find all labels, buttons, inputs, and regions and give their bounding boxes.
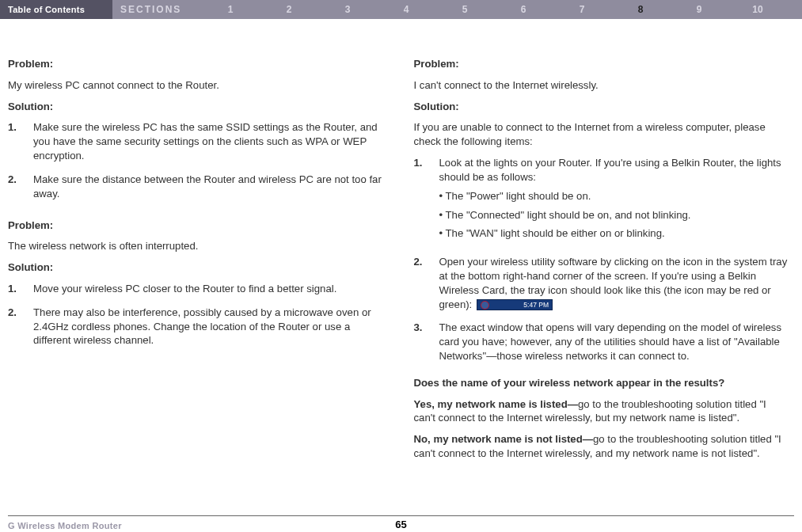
problem-heading: Problem: bbox=[8, 218, 382, 233]
yes-bold: Yes, my network name is listed— bbox=[414, 398, 578, 410]
problem-text: I can't connect to the Internet wireless… bbox=[414, 78, 789, 93]
step-number: 1. bbox=[8, 282, 33, 296]
question-text: Does the name of your wireless network a… bbox=[414, 376, 789, 390]
solution-heading: Solution: bbox=[8, 100, 382, 114]
step-text: The exact window that opens will vary de… bbox=[439, 321, 789, 363]
section-link-1[interactable]: 1 bbox=[201, 4, 260, 15]
solution-intro: If you are unable to connect to the Inte… bbox=[414, 120, 789, 149]
yes-answer: Yes, my network name is listed—go to the… bbox=[414, 397, 789, 426]
step-number: 1. bbox=[414, 156, 439, 245]
sections-strip: SECTIONS 1 2 3 4 5 6 7 8 9 10 bbox=[112, 0, 802, 19]
problem-heading: Problem: bbox=[8, 57, 382, 71]
step-text: Make sure the wireless PC has the same S… bbox=[33, 120, 382, 162]
section-link-7[interactable]: 7 bbox=[553, 4, 611, 15]
step-number: 1. bbox=[8, 120, 33, 162]
list-item: 2. Open your wireless utility software b… bbox=[414, 255, 789, 311]
list-item: 1.Move your wireless PC closer to the Ro… bbox=[8, 282, 382, 296]
product-name: G Wireless Modem Router bbox=[8, 521, 122, 530]
step-text-inner: Look at the lights on your Router. If yo… bbox=[439, 157, 781, 183]
problem-heading: Problem: bbox=[414, 57, 789, 71]
solution-steps: 1.Move your wireless PC closer to the Ro… bbox=[8, 282, 382, 348]
solution-steps: 1. Look at the lights on your Router. If… bbox=[414, 156, 789, 363]
no-bold: No, my network name is not listed— bbox=[414, 433, 593, 445]
bullet-item: • The "Power" light should be on. bbox=[439, 189, 789, 203]
list-item: 1. Look at the lights on your Router. If… bbox=[414, 156, 789, 245]
solution-heading: Solution: bbox=[414, 100, 789, 114]
page-number: 65 bbox=[395, 519, 406, 530]
right-column: Problem: I can't connect to the Internet… bbox=[414, 57, 789, 468]
section-link-5[interactable]: 5 bbox=[435, 4, 494, 15]
bullet-list: • The "Power" light should be on. • The … bbox=[439, 189, 789, 241]
list-item: 2.Make sure the distance between the Rou… bbox=[8, 173, 382, 201]
toc-button[interactable]: Table of Contents bbox=[0, 0, 112, 19]
system-tray-icon: 5:47 PM bbox=[477, 299, 553, 310]
footer-rule bbox=[8, 515, 794, 516]
top-navigation: Table of Contents SECTIONS 1 2 3 4 5 6 7… bbox=[0, 0, 802, 19]
list-item: 2.There may also be interference, possib… bbox=[8, 306, 382, 348]
step-number: 2. bbox=[8, 173, 33, 201]
list-item: 3. The exact window that opens will vary… bbox=[414, 321, 789, 363]
bullet-item: • The "WAN" light should be either on or… bbox=[439, 226, 789, 241]
step-number: 2. bbox=[414, 255, 439, 311]
section-link-8[interactable]: 8 bbox=[611, 4, 670, 15]
solution-steps: 1.Make sure the wireless PC has the same… bbox=[8, 120, 382, 200]
section-link-10[interactable]: 10 bbox=[728, 4, 787, 15]
page-footer: G Wireless Modem Router 65 bbox=[0, 510, 802, 532]
no-answer: No, my network name is not listed—go to … bbox=[414, 432, 789, 461]
step-text: Open your wireless utility software by c… bbox=[439, 255, 789, 311]
solution-heading: Solution: bbox=[8, 260, 382, 275]
section-link-2[interactable]: 2 bbox=[260, 4, 318, 15]
section-link-6[interactable]: 6 bbox=[494, 4, 553, 15]
section-link-9[interactable]: 9 bbox=[670, 4, 728, 15]
bullet-item: • The "Connected" light should be on, an… bbox=[439, 208, 789, 222]
section-link-4[interactable]: 4 bbox=[377, 4, 435, 15]
section-link-3[interactable]: 3 bbox=[318, 4, 377, 15]
page-content: Problem: My wireless PC cannot connect t… bbox=[0, 19, 802, 468]
step-number: 2. bbox=[8, 306, 33, 348]
step-text: Make sure the distance between the Route… bbox=[33, 173, 382, 201]
step-text: Move your wireless PC closer to the Rout… bbox=[33, 282, 382, 296]
problem-text: My wireless PC cannot connect to the Rou… bbox=[8, 78, 382, 93]
tray-time: 5:47 PM bbox=[523, 300, 549, 310]
sections-label: SECTIONS bbox=[112, 4, 201, 15]
problem-text: The wireless network is often interrupte… bbox=[8, 239, 382, 253]
step-text: There may also be interference, possibly… bbox=[33, 306, 382, 348]
step-number: 3. bbox=[414, 321, 439, 363]
list-item: 1.Make sure the wireless PC has the same… bbox=[8, 120, 382, 162]
step-text: Look at the lights on your Router. If yo… bbox=[439, 156, 789, 245]
left-column: Problem: My wireless PC cannot connect t… bbox=[8, 57, 382, 468]
